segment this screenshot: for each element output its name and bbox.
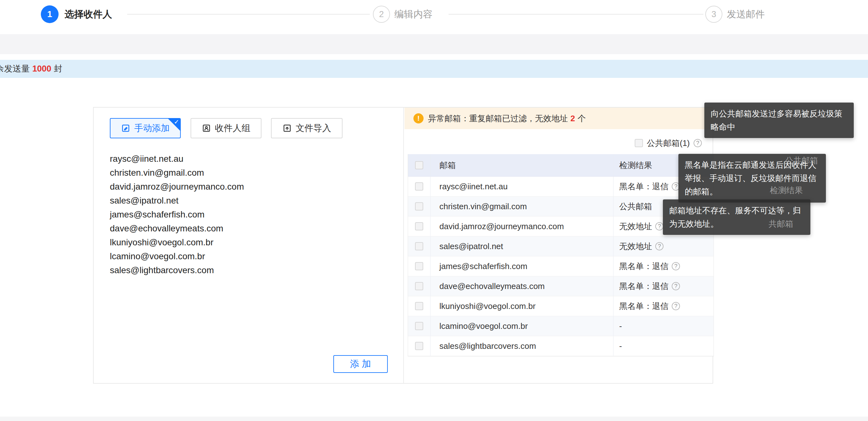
table-row: lcamino@voegol.com.br - bbox=[408, 316, 714, 336]
left-pane: 手动添加 ✓ 收件人组 文件导入 raysc@iinet.net.au chri… bbox=[94, 108, 404, 383]
tab-file-import-label: 文件导入 bbox=[296, 122, 331, 134]
warning-text: 异常邮箱：重复邮箱已过滤，无效地址 bbox=[428, 113, 568, 124]
row-email: david.jamroz@journeymanco.com bbox=[431, 216, 614, 236]
email-line: christen.vin@gmail.com bbox=[110, 166, 389, 180]
step-1-circle: 1 bbox=[41, 5, 59, 23]
table-row: sales@ipatrol.net 无效地址? bbox=[408, 237, 714, 257]
file-import-icon bbox=[282, 123, 292, 133]
result-help-icon[interactable]: ? bbox=[672, 302, 680, 310]
tooltip-public-mailbox: 向公共邮箱发送过多容易被反垃圾策略命中 bbox=[704, 102, 854, 138]
table-header: 邮箱 检测结果 bbox=[408, 154, 714, 177]
step-3-circle: 3 bbox=[705, 6, 722, 23]
row-check-cell bbox=[408, 177, 431, 196]
row-checkbox[interactable] bbox=[415, 182, 423, 190]
row-checkbox[interactable] bbox=[415, 302, 423, 310]
step-1-label: 选择收件人 bbox=[65, 5, 112, 23]
recipient-group-icon bbox=[202, 123, 211, 133]
abnormal-warning-bar: ! 异常邮箱：重复邮箱已过滤，无效地址 2 个 bbox=[405, 108, 713, 129]
row-checkbox[interactable] bbox=[415, 342, 423, 350]
step-2-number: 2 bbox=[379, 9, 384, 19]
row-check-cell bbox=[408, 216, 431, 236]
row-checkbox[interactable] bbox=[415, 202, 423, 210]
tooltip-invalid-address: 邮箱地址不存在、服务不可达等，归为无效地址。 bbox=[663, 200, 810, 235]
row-result: 黑名单：退信 bbox=[619, 261, 669, 272]
row-check-cell bbox=[408, 296, 431, 316]
step-2-label: 编辑内容 bbox=[395, 5, 432, 23]
email-line: dave@echovalleymeats.com bbox=[110, 221, 389, 236]
result-help-icon[interactable]: ? bbox=[672, 262, 680, 270]
step-2-circle: 2 bbox=[373, 6, 390, 23]
quota-banner: 余发送量1000封 bbox=[0, 60, 868, 78]
row-checkbox[interactable] bbox=[415, 262, 423, 270]
warning-suffix: 个 bbox=[578, 113, 586, 124]
row-email: sales@ipatrol.net bbox=[431, 237, 614, 256]
email-line: james@schaferfish.com bbox=[110, 208, 389, 221]
row-checkbox[interactable] bbox=[415, 222, 423, 231]
manual-add-icon bbox=[121, 123, 130, 133]
check-icon: ✓ bbox=[174, 119, 179, 125]
table-row: raysc@iinet.net.au 黑名单：退信? bbox=[408, 177, 714, 197]
row-checkbox[interactable] bbox=[415, 322, 423, 330]
row-result: 公共邮箱 bbox=[619, 201, 652, 212]
quota-prefix: 余发送量 bbox=[0, 64, 30, 73]
select-all-checkbox[interactable] bbox=[415, 161, 423, 169]
row-email: raysc@iinet.net.au bbox=[431, 177, 614, 196]
row-email: james@schaferfish.com bbox=[431, 257, 614, 276]
row-check-cell bbox=[408, 237, 431, 256]
warning-count: 2 bbox=[570, 114, 575, 123]
row-email: christen.vin@gmail.com bbox=[431, 197, 614, 216]
header-email: 邮箱 bbox=[431, 154, 614, 176]
row-check-cell bbox=[408, 316, 431, 336]
bottom-strip bbox=[0, 417, 868, 421]
email-line: sales@ipatrol.net bbox=[110, 194, 389, 208]
tooltip-blacklist: 黑名单是指在云邮通发送后因收件人举报、手动退订、反垃圾邮件而退信的邮箱。 bbox=[678, 154, 826, 203]
tab-manual-add-label: 手动添加 bbox=[134, 122, 170, 134]
tab-manual-add[interactable]: 手动添加 ✓ bbox=[110, 118, 181, 138]
select-all-cell bbox=[408, 154, 431, 176]
table-row: james@schaferfish.com 黑名单：退信? bbox=[408, 257, 714, 276]
public-mailbox-help-icon[interactable]: ? bbox=[693, 139, 702, 147]
stepper: 1 选择收件人 2 编辑内容 3 发送邮件 bbox=[0, 0, 868, 34]
tab-recipient-group[interactable]: 收件人组 bbox=[191, 118, 261, 138]
email-line: david.jamroz@journeymanco.com bbox=[110, 180, 389, 194]
step-line-2 bbox=[448, 14, 703, 14]
step-3-label: 发送邮件 bbox=[727, 5, 765, 23]
tab-recipient-group-label: 收件人组 bbox=[215, 122, 250, 134]
step-3-number: 3 bbox=[711, 9, 716, 19]
row-result: - bbox=[619, 321, 622, 331]
row-result: - bbox=[619, 341, 622, 351]
check-result-table: 邮箱 检测结果 raysc@iinet.net.au 黑名单：退信? chris… bbox=[408, 154, 714, 356]
row-check-cell bbox=[408, 276, 431, 296]
public-mailbox-checkbox[interactable] bbox=[635, 139, 643, 147]
table-row: sales@lightbarcovers.com - bbox=[408, 336, 714, 356]
row-result: 黑名单：退信 bbox=[619, 181, 669, 192]
email-line: raysc@iinet.net.au bbox=[110, 152, 389, 166]
recipient-card: 手动添加 ✓ 收件人组 文件导入 raysc@iinet.net.au chri… bbox=[93, 107, 713, 384]
right-pane: ! 异常邮箱：重复邮箱已过滤，无效地址 2 个 公共邮箱(1) ? 邮箱 检测结… bbox=[405, 108, 713, 383]
result-help-icon[interactable]: ? bbox=[655, 222, 663, 231]
row-result: 黑名单：退信 bbox=[619, 301, 669, 312]
row-check-cell bbox=[408, 257, 431, 276]
public-mailbox-filter: 公共邮箱(1) ? bbox=[635, 138, 702, 148]
public-mailbox-label: 公共邮箱(1) bbox=[647, 138, 690, 149]
row-checkbox[interactable] bbox=[415, 282, 423, 290]
email-line: sales@lightbarcovers.com bbox=[110, 263, 389, 277]
result-help-icon[interactable]: ? bbox=[655, 242, 663, 250]
table-row: lkuniyoshi@voegol.com.br 黑名单：退信? bbox=[408, 296, 714, 316]
row-checkbox[interactable] bbox=[415, 242, 423, 250]
result-help-icon[interactable]: ? bbox=[672, 282, 680, 290]
table-row: dave@echovalleymeats.com 黑名单：退信? bbox=[408, 276, 714, 296]
email-line: lcamino@voegol.com.br bbox=[110, 249, 389, 263]
step-line-1 bbox=[127, 14, 370, 14]
tab-file-import[interactable]: 文件导入 bbox=[271, 118, 342, 138]
manual-email-input[interactable]: raysc@iinet.net.au christen.vin@gmail.co… bbox=[110, 152, 389, 277]
row-email: lkuniyoshi@voegol.com.br bbox=[431, 296, 614, 316]
quota-count: 1000 bbox=[32, 64, 51, 73]
divider-band bbox=[0, 34, 868, 54]
row-result: 无效地址 bbox=[619, 241, 652, 252]
email-line: lkuniyoshi@voegol.com.br bbox=[110, 236, 389, 249]
step-1-number: 1 bbox=[47, 9, 52, 19]
warning-icon: ! bbox=[413, 113, 424, 123]
row-check-cell bbox=[408, 336, 431, 356]
add-button[interactable]: 添 加 bbox=[333, 355, 388, 373]
